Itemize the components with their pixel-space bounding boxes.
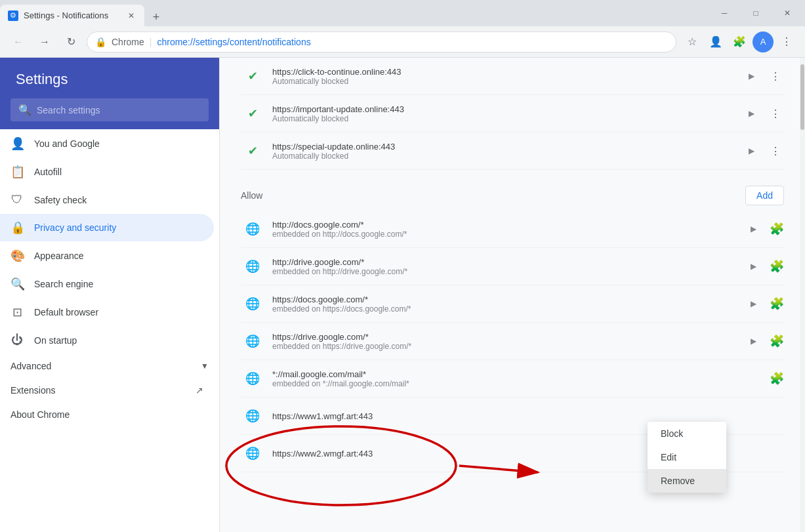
sidebar-label-autofill: Autofill [34, 167, 62, 177]
address-bar: ← → ↻ 🔒 Chrome | chrome://settings/conte… [0, 26, 805, 58]
more-button-2[interactable]: ⋮ [768, 142, 784, 160]
blocked-row-0: ✔ https://click-to-continue.online:443 A… [241, 58, 784, 95]
maximize-button[interactable]: □ [741, 3, 771, 24]
blocked-icon-0: ✔ [241, 64, 264, 88]
browser-tab[interactable]: Settings - Notifications ✕ [0, 5, 144, 26]
browser-frame: Settings - Notifications ✕ + ─ □ ✕ ← → ↻… [0, 0, 805, 532]
blocked-info-0: https://click-to-continue.online:443 Aut… [272, 67, 746, 86]
sidebar-label-startup: On startup [34, 335, 77, 346]
advanced-label: Advanced [10, 361, 51, 371]
puzzle-icon-0[interactable]: 🧩 [770, 222, 784, 236]
blocked-sub-1: Automatically blocked [272, 114, 746, 123]
allow-url-2: https://docs.google.com/* [272, 295, 748, 304]
allow-chevron-3[interactable]: ▶ [748, 334, 759, 348]
allow-chevron-2[interactable]: ▶ [748, 297, 759, 311]
new-tab-button[interactable]: + [147, 8, 165, 26]
allow-actions-3: ▶ 🧩 [748, 334, 784, 348]
context-menu-block[interactable]: Block [648, 422, 726, 445]
autofill-icon: 📋 [10, 165, 24, 179]
avatar-icon[interactable]: A [753, 31, 774, 52]
tab-title: Settings - Notifications [24, 10, 121, 20]
scrollbar-thumb[interactable] [800, 64, 804, 130]
allow-actions-0: ▶ 🧩 [748, 222, 784, 236]
chevron-icon-1[interactable]: ▶ [746, 106, 757, 121]
sidebar-item-advanced[interactable]: Advanced ▼ [0, 354, 219, 378]
allow-info-4: *://mail.google.com/mail* embedded on *:… [272, 369, 770, 388]
person-icon: 👤 [10, 136, 24, 151]
context-menu-edit[interactable]: Edit [648, 445, 726, 469]
scrollbar-track[interactable] [800, 58, 805, 532]
startup-icon: ⏻ [10, 333, 24, 347]
puzzle-icon-2[interactable]: 🧩 [770, 297, 784, 311]
allow-chevron-1[interactable]: ▶ [748, 259, 759, 274]
more-button-0[interactable]: ⋮ [768, 68, 784, 85]
blocked-actions-1: ▶ ⋮ [746, 105, 784, 123]
allow-sub-2: embedded on https://docs.google.com/* [272, 304, 748, 314]
chevron-icon-2[interactable]: ▶ [746, 144, 757, 158]
url-text: chrome://settings/content/notifications [157, 37, 668, 47]
sidebar-item-privacy[interactable]: 🔒 Privacy and security [0, 214, 214, 241]
sidebar-item-default-browser[interactable]: ⊡ Default browser [0, 298, 214, 326]
forward-button[interactable]: → [34, 31, 55, 52]
extension-icon[interactable]: 🧩 [729, 31, 750, 52]
blocked-actions-2: ▶ ⋮ [746, 142, 784, 160]
search-bar[interactable]: 🔍 Search settings [0, 98, 219, 129]
allow-row-0: 🌐 http://docs.google.com/* embedded on h… [241, 211, 784, 248]
allow-actions-4: 🧩 [770, 371, 784, 386]
tab-close-button[interactable]: ✕ [126, 10, 136, 21]
allow-info-3: https://drive.google.com/* embedded on h… [272, 332, 748, 351]
url-bar[interactable]: 🔒 Chrome | chrome://settings/content/not… [87, 31, 676, 52]
allow-row-3: 🌐 https://drive.google.com/* embedded on… [241, 323, 784, 360]
allow-actions-2: ▶ 🧩 [748, 297, 784, 311]
allow-url-3: https://drive.google.com/* [272, 332, 748, 342]
puzzle-icon-3[interactable]: 🧩 [770, 334, 784, 348]
close-button[interactable]: ✕ [772, 3, 802, 24]
blocked-actions-0: ▶ ⋮ [746, 68, 784, 85]
sidebar-item-extensions[interactable]: Extensions ↗ [0, 379, 214, 402]
sidebar-label-default-browser: Default browser [34, 307, 98, 317]
allow-sub-1: embedded on http://drive.google.com/* [272, 267, 748, 276]
sidebar-item-you-google[interactable]: 👤 You and Google [0, 130, 214, 157]
sidebar-item-appearance[interactable]: 🎨 Appearance [0, 242, 214, 270]
globe-icon-1: 🌐 [241, 255, 264, 278]
blocked-sub-0: Automatically blocked [272, 77, 746, 86]
allow-header: Allow Add [241, 170, 784, 211]
context-menu: Block Edit Remove [648, 422, 726, 493]
allow-label: Allow [241, 190, 262, 201]
add-button[interactable]: Add [745, 186, 784, 205]
globe-icon-3: 🌐 [241, 329, 264, 353]
puzzle-icon-1[interactable]: 🧩 [770, 259, 784, 274]
profile-icon[interactable]: 👤 [705, 31, 726, 52]
more-button-1[interactable]: ⋮ [768, 105, 784, 123]
sidebar-item-search[interactable]: 🔍 Search engine [0, 270, 214, 298]
allow-url-5: https://www1.wmgf.art:443 [272, 411, 784, 421]
menu-icon[interactable]: ⋮ [776, 31, 797, 52]
bookmark-icon[interactable]: ☆ [682, 31, 703, 52]
sidebar-label-privacy: Privacy and security [34, 222, 116, 233]
blocked-icon-1: ✔ [241, 102, 264, 125]
puzzle-icon-4[interactable]: 🧩 [770, 371, 784, 386]
refresh-button[interactable]: ↻ [60, 31, 81, 52]
sidebar-item-about[interactable]: About Chrome [0, 403, 214, 426]
allow-chevron-0[interactable]: ▶ [748, 222, 759, 236]
back-button[interactable]: ← [8, 31, 29, 52]
sidebar-item-safety[interactable]: 🛡 Safety check [0, 186, 214, 213]
title-bar: Settings - Notifications ✕ + ─ □ ✕ [0, 0, 805, 26]
sidebar-item-startup[interactable]: ⏻ On startup [0, 327, 214, 354]
main-content: ✔ https://click-to-continue.online:443 A… [220, 58, 805, 532]
allow-info-0: http://docs.google.com/* embedded on htt… [272, 220, 748, 239]
sidebar-label-safety: Safety check [34, 195, 87, 205]
chevron-icon-0[interactable]: ▶ [746, 69, 757, 83]
context-menu-remove[interactable]: Remove [648, 469, 726, 493]
blocked-url-1: https://important-update.online:443 [272, 104, 746, 114]
sidebar-item-autofill[interactable]: 📋 Autofill [0, 158, 214, 186]
minimize-button[interactable]: ─ [709, 3, 739, 24]
window-controls: ─ □ ✕ [709, 0, 805, 26]
settings-body: Settings 🔍 Search settings 👤 You and Goo… [0, 58, 805, 532]
globe-icon-2: 🌐 [241, 292, 264, 316]
url-separator: | [150, 37, 152, 47]
blocked-url-2: https://special-update.online:443 [272, 142, 746, 152]
blocked-url-0: https://click-to-continue.online:443 [272, 67, 746, 77]
about-label: About Chrome [10, 409, 70, 420]
sidebar: Settings 🔍 Search settings 👤 You and Goo… [0, 58, 220, 532]
